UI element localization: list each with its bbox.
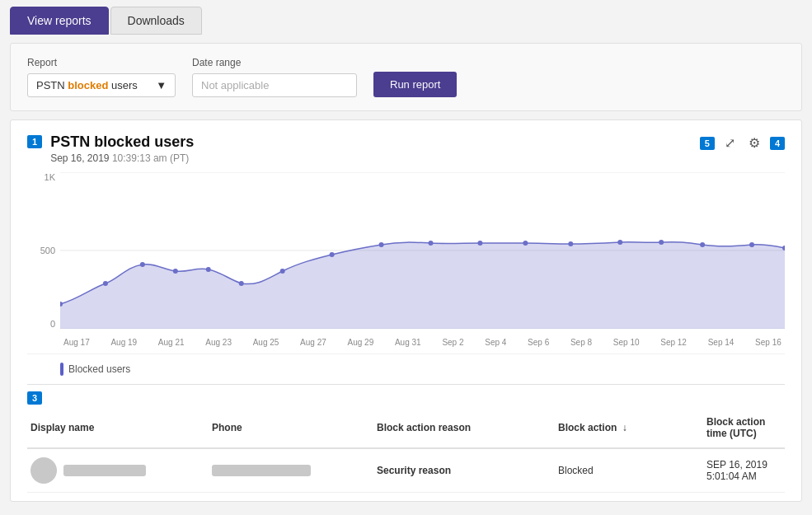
date-range-label: Date range xyxy=(192,57,357,68)
th-display-name[interactable]: Display name xyxy=(27,415,209,440)
x-label-sep10: Sep 10 xyxy=(613,338,640,347)
td-block-action-reason: Security reason xyxy=(373,458,555,483)
date-range-filter-group: Date range Not applicable xyxy=(192,57,357,97)
y-label-0: 0 xyxy=(50,319,55,329)
report-select[interactable]: PSTN blocked users ▼ xyxy=(27,73,176,97)
x-label-aug29: Aug 29 xyxy=(348,338,374,347)
badge-1: 1 xyxy=(27,135,42,148)
th-block-action-time[interactable]: Block action time (UTC) xyxy=(703,410,785,446)
x-label-aug27: Aug 27 xyxy=(300,338,326,347)
x-label-aug25: Aug 25 xyxy=(253,338,279,347)
td-block-action: Blocked xyxy=(555,458,703,483)
legend-label: Blocked users xyxy=(68,363,130,375)
report-value-suffix: users xyxy=(108,79,137,91)
badge-5[interactable]: 5 xyxy=(700,137,715,150)
td-block-action-time: SEP 16, 2019 5:01:04 AM xyxy=(703,452,785,489)
svg-point-4 xyxy=(103,281,108,286)
x-label-aug21: Aug 21 xyxy=(158,338,185,347)
y-label-1k: 1K xyxy=(45,172,55,182)
filter-panel: Report PSTN blocked users ▼ Date range N… xyxy=(10,43,802,111)
svg-point-13 xyxy=(477,241,482,246)
x-label-sep12: Sep 12 xyxy=(660,338,687,347)
svg-point-10 xyxy=(330,252,335,257)
report-title-date: PSTN blocked users Sep 16, 2019 10:39:13… xyxy=(50,133,194,164)
chevron-down-icon: ▼ xyxy=(156,79,167,91)
x-axis-labels: Aug 17 Aug 19 Aug 21 Aug 23 Aug 25 Aug 2… xyxy=(60,330,785,353)
svg-point-11 xyxy=(379,242,384,247)
report-card: 1 PSTN blocked users Sep 16, 2019 10:39:… xyxy=(10,119,802,502)
chart-area: 1K 500 0 xyxy=(27,172,785,353)
date-range-input[interactable]: Not applicable xyxy=(192,73,357,97)
table-header-row: Display name Phone Block action reason B… xyxy=(27,408,785,449)
x-label-aug31: Aug 31 xyxy=(395,338,421,347)
td-display-name xyxy=(27,451,209,490)
td-phone xyxy=(209,458,373,483)
report-label: Report xyxy=(27,57,176,68)
x-label-sep14: Sep 14 xyxy=(708,338,735,347)
run-report-button[interactable]: Run report xyxy=(373,72,457,97)
avatar xyxy=(31,457,57,484)
y-label-500: 500 xyxy=(40,246,55,255)
x-label-sep16: Sep 16 xyxy=(755,338,781,347)
table-section: 3 Display name Phone Block action reason… xyxy=(27,384,785,501)
report-value-highlight: blocked xyxy=(68,79,108,91)
th-block-action[interactable]: Block action ↓ xyxy=(555,415,703,440)
report-date: Sep 16, 2019 10:39:13 am (PT) xyxy=(50,152,194,164)
report-title-block: 1 PSTN blocked users Sep 16, 2019 10:39:… xyxy=(27,133,194,164)
tab-bar: View reports Downloads xyxy=(0,0,812,35)
report-actions: 5 ⤢ ⚙ 4 xyxy=(700,133,785,152)
chart-svg xyxy=(60,172,785,329)
x-label-aug17: Aug 17 xyxy=(63,338,90,347)
svg-point-16 xyxy=(617,240,622,245)
x-label-sep4: Sep 4 xyxy=(485,338,506,347)
svg-point-7 xyxy=(206,267,211,272)
x-label-aug23: Aug 23 xyxy=(205,338,232,347)
report-header: 1 PSTN blocked users Sep 16, 2019 10:39:… xyxy=(27,133,785,164)
th-phone[interactable]: Phone xyxy=(209,415,373,440)
filter-row: Report PSTN blocked users ▼ Date range N… xyxy=(27,57,785,97)
svg-point-17 xyxy=(659,240,664,245)
badge-3: 3 xyxy=(27,391,42,405)
gear-icon[interactable]: ⚙ xyxy=(745,133,763,152)
th-block-action-reason[interactable]: Block action reason xyxy=(373,415,555,440)
svg-point-5 xyxy=(140,262,145,267)
x-label-aug19: Aug 19 xyxy=(110,338,137,347)
x-label-sep6: Sep 6 xyxy=(528,338,549,347)
sort-icon: ↓ xyxy=(622,422,627,433)
report-select-value: PSTN blocked users xyxy=(36,79,138,91)
tab-downloads[interactable]: Downloads xyxy=(110,7,202,35)
x-label-sep8: Sep 8 xyxy=(570,338,592,347)
svg-point-6 xyxy=(173,269,178,274)
table-row: Security reason Blocked SEP 16, 2019 5:0… xyxy=(27,449,785,493)
tab-view-reports[interactable]: View reports xyxy=(10,7,109,35)
x-label-sep2: Sep 2 xyxy=(442,338,463,347)
svg-point-15 xyxy=(568,241,573,246)
phone-blur xyxy=(212,465,311,476)
svg-point-14 xyxy=(523,241,528,246)
report-value-prefix: PSTN xyxy=(36,79,68,91)
svg-point-19 xyxy=(749,242,754,247)
report-title: PSTN blocked users xyxy=(50,133,194,151)
svg-point-9 xyxy=(280,269,285,274)
legend-color-bar xyxy=(60,363,63,376)
svg-point-8 xyxy=(239,281,244,286)
expand-icon[interactable]: ⤢ xyxy=(721,133,739,152)
svg-point-12 xyxy=(428,241,433,246)
badge-4[interactable]: 4 xyxy=(770,137,785,150)
svg-point-18 xyxy=(700,242,705,247)
user-name-blur xyxy=(63,465,146,476)
report-filter-group: Report PSTN blocked users ▼ xyxy=(27,57,176,97)
y-axis-labels: 1K 500 0 xyxy=(27,172,60,329)
chart-legend: Blocked users xyxy=(27,353,785,384)
